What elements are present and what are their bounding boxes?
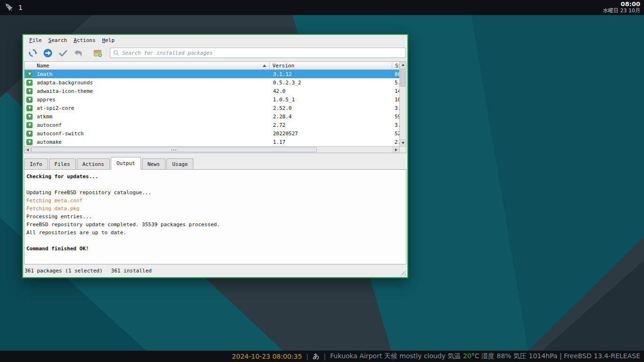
menu-search[interactable]: Search — [45, 36, 71, 45]
package-name: appres — [37, 97, 56, 103]
refresh-button[interactable] — [27, 47, 38, 58]
output-line: Checking for updates... — [26, 173, 404, 181]
installed-package-icon — [26, 71, 33, 77]
tab-info[interactable]: Info — [24, 158, 48, 169]
horizontal-scrollbar[interactable] — [25, 146, 406, 153]
package-name: automake — [37, 139, 62, 145]
bottom-status-bar: 2024-10-23 08:00:35 | あ | Fukuoka Airpor… — [0, 351, 644, 362]
refresh-icon — [28, 48, 38, 58]
installed-package-icon — [26, 122, 33, 128]
sort-ascending-icon — [263, 65, 266, 67]
vertical-scroll-thumb[interactable] — [400, 69, 405, 87]
output-line: Processing entries... — [26, 213, 404, 221]
screen: 1 08:00 水曜日 23 10月 File Search Actions H… — [0, 0, 644, 362]
scroll-right-button[interactable] — [393, 147, 399, 153]
package-version: 20220527 — [270, 131, 392, 137]
output-line: Command finished OK! — [26, 245, 404, 253]
scroll-down-button[interactable] — [400, 140, 406, 146]
output-line: All repositories are up to date. — [26, 229, 404, 237]
package-version: 0.5.2.3_2 — [270, 80, 392, 86]
search-icon — [113, 50, 119, 56]
toolbar — [23, 45, 407, 60]
menu-actions[interactable]: Actions — [70, 36, 99, 45]
ime-indicator: あ — [313, 352, 319, 361]
package-list: Imath 3.1.12 863 adapta-backgrounds 0.5.… — [25, 70, 406, 146]
package-version: 2.72 — [270, 122, 392, 128]
menu-file[interactable]: File — [26, 36, 45, 45]
apply-button[interactable] — [42, 47, 53, 58]
installed-package-icon — [26, 114, 33, 120]
package-name: Imath — [37, 71, 52, 77]
resize-grip[interactable] — [400, 270, 406, 276]
table-row[interactable]: appres 1.0.5_1 10. — [25, 95, 406, 104]
package-version: 1.0.5_1 — [270, 97, 392, 103]
clock: 08:00 水曜日 23 10月 — [603, 1, 640, 14]
weather-system-text: °C 湿度 88% 気圧 1014hPa | FreeBSD 13.4-RELE… — [471, 352, 640, 360]
package-name: at-spi2-core — [37, 105, 74, 111]
workspace-indicator[interactable]: 1 — [18, 4, 23, 11]
package-table: Name Version Siz Imath 3.1.12 863 adapta… — [24, 61, 406, 153]
vertical-scrollbar[interactable] — [399, 62, 406, 146]
check-icon — [58, 48, 68, 58]
tab-output[interactable]: Output — [111, 157, 141, 170]
package-version: 2.28.4 — [270, 114, 392, 120]
column-header-name-label: Name — [37, 63, 50, 69]
clock-time: 08:00 — [603, 1, 640, 8]
table-row[interactable]: automake 1.17 2.1 — [25, 138, 406, 146]
rocket-launcher-icon[interactable] — [4, 2, 14, 13]
apply-arrow-icon — [43, 48, 53, 58]
package-version: 1.17 — [270, 139, 392, 145]
vertical-scroll-track[interactable] — [400, 68, 406, 140]
installed-package-icon — [26, 97, 33, 103]
package-name: atkmm — [37, 114, 52, 120]
separator: | — [306, 353, 309, 360]
rocket-icon — [4, 3, 14, 12]
horizontal-scroll-track[interactable] — [31, 147, 393, 153]
table-row[interactable]: Imath 3.1.12 863 — [25, 70, 406, 78]
output-line: Fetching meta.conf — [26, 197, 404, 205]
tab-actions[interactable]: Actions — [77, 158, 110, 169]
output-line — [26, 181, 404, 189]
clock-date: 水曜日 23 10月 — [603, 8, 640, 14]
package-version: 3.1.12 — [270, 71, 392, 77]
status-installed-count: 361 installed — [111, 268, 152, 274]
weather-text: Fukuoka Airport 天候 mostly cloudy 気温 — [330, 352, 463, 360]
installed-package-icon — [26, 80, 33, 86]
table-row[interactable]: at-spi2-core 2.52.0 3.9 — [25, 104, 406, 112]
tab-bar: Info Files Actions Output News Usage — [23, 155, 407, 169]
package-add-icon — [93, 48, 103, 58]
package-version: 42.0 — [270, 88, 392, 94]
table-row[interactable]: atkmm 2.28.4 596 — [25, 112, 406, 121]
top-panel: 1 08:00 水曜日 23 10月 — [0, 0, 644, 15]
installed-package-icon — [26, 105, 33, 111]
installed-package-icon — [26, 131, 33, 137]
temperature-value: 20 — [463, 352, 471, 360]
search-input[interactable] — [122, 50, 403, 56]
search-box — [110, 48, 406, 58]
column-header-name[interactable]: Name — [25, 62, 270, 70]
scroll-left-button[interactable] — [25, 147, 31, 153]
scroll-up-button[interactable] — [400, 62, 406, 68]
output-line: FreeBSD repository update completed. 355… — [26, 221, 404, 229]
tab-usage[interactable]: Usage — [166, 158, 193, 169]
package-button[interactable] — [92, 47, 103, 58]
column-header-version[interactable]: Version — [270, 62, 392, 70]
table-header: Name Version Siz — [25, 62, 406, 70]
package-name: autoconf — [37, 122, 62, 128]
commit-button[interactable] — [57, 47, 68, 58]
horizontal-scroll-thumb[interactable] — [31, 147, 317, 152]
installed-package-icon — [26, 88, 33, 94]
table-row[interactable]: autoconf-switch 20220527 524 — [25, 129, 406, 138]
table-row[interactable]: adapta-backgrounds 0.5.2.3_2 5.3 — [25, 78, 406, 87]
table-row[interactable]: adwaita-icon-theme 42.0 14. — [25, 87, 406, 95]
undo-button[interactable] — [72, 47, 83, 58]
installed-package-icon — [26, 139, 33, 145]
output-line: Fetching data.pkg — [26, 205, 404, 213]
package-name: adwaita-icon-theme — [37, 88, 93, 94]
window-status-bar: 361 packages (1 selected) 361 installed — [23, 264, 407, 277]
tab-news[interactable]: News — [142, 158, 166, 169]
table-row[interactable]: autoconf 2.72 3.1 — [25, 121, 406, 129]
datetime-indicator: 2024-10-23 08:00:35 — [232, 353, 302, 360]
menu-help[interactable]: Help — [99, 36, 118, 45]
tab-files[interactable]: Files — [49, 158, 76, 169]
